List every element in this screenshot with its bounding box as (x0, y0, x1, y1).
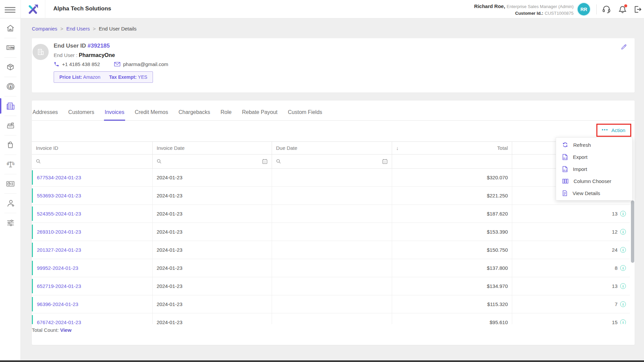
sidebar-item-add-user[interactable] (0, 193, 21, 213)
col-header-invoice-date[interactable]: Invoice Date (153, 142, 272, 155)
app-title: Alpha Tech Solutions (53, 5, 111, 12)
row-status-bar (32, 279, 33, 293)
tab-rebate-payout[interactable]: Rebate Payout (241, 109, 278, 120)
info-icon[interactable]: i (620, 301, 626, 307)
vertical-scrollbar[interactable] (631, 200, 634, 263)
sidebar-item-products[interactable] (0, 57, 21, 77)
sidebar-item-home[interactable] (0, 18, 21, 38)
breadcrumb-current: End User Details (99, 26, 137, 32)
menu-item-refresh[interactable]: Refresh (556, 139, 632, 151)
info-icon[interactable]: i (620, 229, 626, 235)
filter-total-input[interactable] (392, 155, 512, 169)
view-link[interactable]: View (60, 327, 71, 333)
table-row[interactable]: 676742-2024-01-23 2024-01-23 $95.610 15i (32, 313, 630, 324)
sidebar-item-reports[interactable] (0, 174, 21, 193)
app-logo[interactable] (20, 0, 45, 18)
sort-desc-icon: ↓ (396, 145, 399, 151)
col-header-total[interactable]: ↓Total (392, 142, 512, 155)
table-row[interactable]: 269310-2024-01-23 2024-01-23 $153.390 12… (32, 223, 630, 241)
table-row[interactable]: 524355-2024-01-23 2024-01-23 $187.620 13… (32, 205, 630, 223)
filter-invoice-date-input[interactable] (153, 155, 272, 169)
col-header-due-date[interactable]: Due Date (272, 142, 392, 155)
filter-due-date-input[interactable] (272, 155, 392, 169)
add-user-icon (6, 199, 15, 207)
sidebar-item-purchases[interactable] (0, 135, 21, 155)
sidebar-item-payments[interactable]: $ (0, 77, 21, 96)
logout-icon[interactable] (633, 5, 642, 14)
svg-text:D: D (7, 162, 9, 166)
svg-text:XLS: XLS (563, 169, 567, 171)
calendar-icon[interactable] (382, 159, 388, 164)
info-icon[interactable]: i (620, 283, 626, 289)
invoice-id-link[interactable]: 553693-2024-01-23 (37, 193, 81, 198)
search-icon (36, 159, 41, 164)
invoice-id-link[interactable]: 96396-2024-01-23 (37, 301, 78, 307)
refresh-icon (562, 142, 568, 148)
tab-chargebacks[interactable]: Chargebacks (178, 109, 211, 120)
crm-icon: CRM (6, 43, 15, 52)
email-address: pharma@gmail.com (123, 61, 168, 67)
info-icon[interactable]: i (620, 247, 626, 253)
sidebar-item-register[interactable] (0, 116, 21, 135)
filter-invoice-id-input[interactable] (32, 155, 153, 169)
cash-register-icon (6, 121, 15, 130)
user-info: Richard Roe, Enterprise Sales Manager (A… (474, 3, 574, 16)
sidebar-item-settings[interactable] (0, 213, 21, 232)
price-tax-badge: Price List: Amazon Tax Exempt: YES (54, 71, 153, 83)
menu-item-column-chooser[interactable]: Column Chooser (556, 175, 632, 187)
invoice-id-link[interactable]: 677534-2024-01-23 (37, 175, 81, 180)
sidebar-item-companies[interactable] (0, 96, 21, 116)
sliders-icon (6, 218, 15, 227)
balance-scale-icon: DC (6, 160, 15, 169)
menu-item-export[interactable]: XLS Export (556, 151, 632, 163)
invoice-id-link[interactable]: 652719-2024-01-23 (37, 283, 81, 289)
row-status-bar (32, 261, 33, 275)
company-avatar (33, 44, 49, 60)
tab-customers[interactable]: Customers (68, 109, 95, 120)
notifications-bell-icon[interactable] (618, 5, 627, 14)
info-icon[interactable]: i (620, 211, 626, 217)
action-button[interactable]: ••• Action (597, 125, 630, 136)
end-user-id-row: End User ID #392185 (54, 43, 168, 49)
breadcrumb-companies[interactable]: Companies (32, 26, 57, 32)
customer-id-label: Customer Id.: (515, 11, 543, 16)
hamburger-menu-icon[interactable] (5, 6, 15, 13)
table-row[interactable]: 553693-2024-01-23 2024-01-23 $221.250 i (32, 187, 630, 205)
building-icon (36, 48, 45, 56)
tab-custom-fields[interactable]: Custom Fields (287, 109, 323, 120)
menu-item-view-details[interactable]: View Details (556, 187, 632, 199)
sidebar-item-ledger[interactable]: DC (0, 155, 21, 174)
table-row[interactable]: 96396-2024-01-23 2024-01-23 $115.320 7i (32, 295, 630, 313)
end-user-id-value: #392185 (88, 43, 110, 49)
end-user-name-row: End User : PharmacyOne (54, 52, 168, 58)
table-row[interactable]: 201327-2024-01-23 2024-01-23 $150.750 24… (32, 241, 630, 259)
table-row[interactable]: 677534-2024-01-23 2024-01-23 $320.070 i (32, 169, 630, 187)
invoice-id-link[interactable]: 201327-2024-01-23 (37, 247, 81, 253)
invoice-id-link[interactable]: 676742-2024-01-23 (37, 319, 81, 324)
invoice-id-link[interactable]: 99952-2024-01-23 (37, 265, 78, 271)
end-user-name: PharmacyOne (79, 52, 115, 58)
columns-icon (562, 178, 569, 184)
buildings-icon (6, 102, 15, 111)
tab-credit-memos[interactable]: Credit Memos (134, 109, 169, 120)
edit-pencil-icon[interactable] (621, 44, 627, 50)
email-icon (114, 62, 120, 67)
row-status-bar (32, 206, 33, 221)
table-row[interactable]: 652719-2024-01-23 2024-01-23 $134.970 13… (32, 277, 630, 295)
search-icon (276, 159, 281, 164)
menu-item-import[interactable]: XLS Import (556, 163, 632, 175)
info-icon[interactable]: i (620, 319, 626, 324)
breadcrumb-end-users[interactable]: End Users (66, 26, 90, 32)
sidebar-item-crm[interactable]: CRM (0, 38, 21, 57)
invoice-id-link[interactable]: 269310-2024-01-23 (37, 229, 81, 235)
invoice-id-link[interactable]: 524355-2024-01-23 (37, 211, 81, 217)
tab-role[interactable]: Role (220, 109, 232, 120)
col-header-invoice-id[interactable]: Invoice ID (32, 142, 153, 155)
tab-addresses[interactable]: Addresses (32, 109, 59, 120)
support-headset-icon[interactable] (602, 5, 611, 14)
calendar-icon[interactable] (262, 159, 268, 164)
info-icon[interactable]: i (620, 265, 626, 271)
avatar[interactable]: RR (578, 3, 590, 15)
table-row[interactable]: 99952-2024-01-23 2024-01-23 $137.800 8i (32, 259, 630, 277)
tab-invoices[interactable]: Invoices (104, 109, 125, 121)
